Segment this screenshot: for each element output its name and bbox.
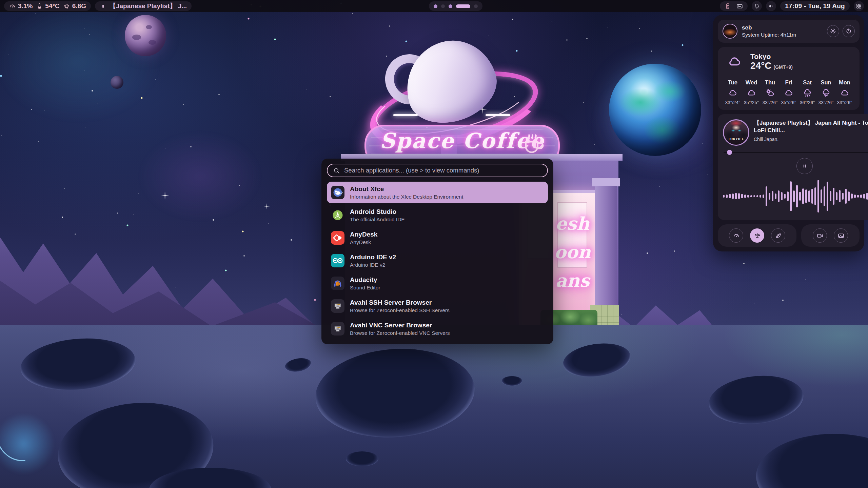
leaf-icon [775, 232, 782, 239]
thermometer-icon [36, 3, 43, 10]
android-studio-app-icon [330, 208, 345, 223]
notifications-button[interactable] [752, 1, 762, 11]
app-subtitle: Sound Editor [350, 285, 380, 291]
forecast-row: Tue33°/24°Wed35°/25°Thu33°/26°Fri35°/26°… [724, 79, 853, 105]
search-input[interactable] [343, 166, 542, 175]
app-launcher: About XfceInformation about the Xfce Des… [321, 159, 553, 344]
uptime-label: System Uptime: 4h11m [742, 32, 796, 38]
star-sparkle [161, 191, 169, 200]
app-title: Avahi VNC Server Browser [350, 321, 450, 329]
weather-city: Tokyo [750, 53, 793, 61]
seek-thumb[interactable] [727, 150, 732, 155]
forecast-day-mon: Mon33°/26° [836, 79, 853, 105]
stat-chip: 6.8G [63, 2, 86, 10]
username: seb [742, 24, 796, 31]
workspace-dot-5[interactable] [474, 4, 478, 8]
weather-card: Tokyo 24°C(GMT+9) Tue33°/24°Wed35°/25°Th… [718, 47, 860, 110]
track-title: 【Japanese Playlist】 Japan All Night - To… [754, 119, 868, 134]
search-bar[interactable] [327, 164, 548, 177]
pause-icon [100, 3, 106, 9]
window-neon-text: eshoonans [554, 209, 591, 295]
pause-icon [801, 163, 808, 169]
app-title: Audacity [350, 276, 380, 284]
app-subtitle: Browse for Zeroconf-enabled VNC Servers [350, 330, 450, 336]
speedometer-icon [733, 232, 740, 239]
forecast-day-sun: Sun33°/26° [817, 79, 835, 105]
avatar[interactable] [723, 24, 737, 39]
wallpaper-button[interactable] [834, 228, 848, 243]
purple-planet [125, 15, 166, 56]
clock-pill[interactable]: 17:09 - Tue, 19 Aug [780, 1, 850, 11]
seek-bar[interactable] [723, 150, 868, 155]
launcher-item-0[interactable]: About XfceInformation about the Xfce Des… [327, 182, 548, 203]
clock: 17:09 - Tue, 19 Aug [785, 2, 845, 10]
app-title: Arduino IDE v2 [350, 253, 396, 261]
app-title: AnyDesk [350, 230, 377, 239]
small-moon [111, 76, 123, 89]
wallpaper-icon [837, 232, 845, 239]
neon-cup-icon [521, 130, 545, 156]
earth-planet [609, 64, 701, 156]
star-sparkle [264, 203, 270, 210]
workspace-dot-2[interactable] [441, 4, 445, 8]
workspace-dot-3[interactable] [449, 4, 452, 8]
workspace-dot-1[interactable] [434, 4, 437, 8]
capture-buttons [801, 224, 860, 247]
launcher-item-5[interactable]: Avahi SSH Server BrowserBrowse for Zeroc… [327, 295, 548, 317]
gear-button[interactable] [827, 25, 839, 37]
search-icon [333, 167, 340, 174]
nebula [112, 112, 288, 241]
audio-visualizer [723, 176, 868, 217]
volume-icon [768, 3, 774, 9]
scales-icon [754, 232, 761, 239]
chip-icon [63, 3, 70, 10]
forecast-day-fri: Fri35°/26° [780, 79, 797, 105]
power-button[interactable] [843, 25, 855, 37]
launcher-item-4[interactable]: AudacitySound Editor [327, 272, 548, 294]
widget-sidebar: seb System Uptime: 4h11m Tokyo 24°C(GMT+… [713, 15, 864, 251]
workspace-indicator[interactable] [429, 1, 482, 11]
volume-button[interactable] [766, 1, 776, 11]
app-subtitle: Browse for Zeroconf-enabled SSH Servers [350, 307, 450, 313]
now-playing-label: 【Japanese Playlist】 J... [110, 2, 187, 11]
phone-connect-icon[interactable] [724, 3, 731, 10]
rain-icon [802, 88, 812, 98]
speedometer-button[interactable] [729, 228, 743, 243]
launcher-item-1[interactable]: Android StudioThe official Android IDE [327, 204, 548, 226]
camera-icon [816, 232, 824, 239]
weather-temp: 24°C(GMT+9) [750, 61, 793, 70]
roof-light [393, 114, 418, 116]
app-list: About XfceInformation about the Xfce Des… [327, 182, 548, 340]
apps-grid-icon [855, 3, 862, 9]
audacity-app-icon [330, 276, 345, 291]
stat-speedometer: 3.1% [9, 2, 33, 10]
avahi-app-icon [330, 321, 345, 336]
forecast-day-tue: Tue33°/24° [724, 79, 742, 105]
cloud-icon [784, 88, 794, 98]
pause-button[interactable] [796, 158, 813, 174]
weather-timezone: (GMT+9) [774, 64, 793, 70]
power-profile-switcher [718, 224, 796, 247]
wallpaper-icon[interactable] [736, 3, 743, 10]
app-title: Avahi SSH Server Browser [350, 299, 450, 307]
gear-icon [830, 28, 836, 35]
now-playing-pill[interactable]: 【Japanese Playlist】 J... [95, 1, 192, 11]
workspace-dot-4[interactable] [456, 4, 470, 8]
cloud-icon [724, 54, 745, 69]
cloud-icon [746, 88, 756, 98]
user-actions [827, 25, 855, 37]
app-grid-button[interactable] [854, 1, 864, 11]
stat-thermometer: 54°C [36, 2, 59, 10]
leaf-button[interactable] [771, 228, 785, 243]
app-title: Android Studio [350, 208, 405, 216]
launcher-item-3[interactable]: Arduino IDE v2Arduino IDE v2 [327, 250, 548, 271]
camera-button[interactable] [813, 228, 827, 243]
scales-button[interactable] [750, 228, 764, 243]
media-player-card: TOKYO L 【Japanese Playlist】 Japan All Ni… [718, 114, 868, 220]
partly-sunny-icon [765, 88, 775, 98]
launcher-item-2[interactable]: AnyDeskAnyDesk [327, 227, 548, 249]
system-stats-pill[interactable]: 3.1%54°C6.8G [4, 1, 91, 11]
bell-icon [753, 3, 760, 9]
desktop: Space Coffee eshoonans [0, 0, 868, 488]
launcher-item-6[interactable]: Avahi VNC Server BrowserBrowse for Zeroc… [327, 318, 548, 340]
